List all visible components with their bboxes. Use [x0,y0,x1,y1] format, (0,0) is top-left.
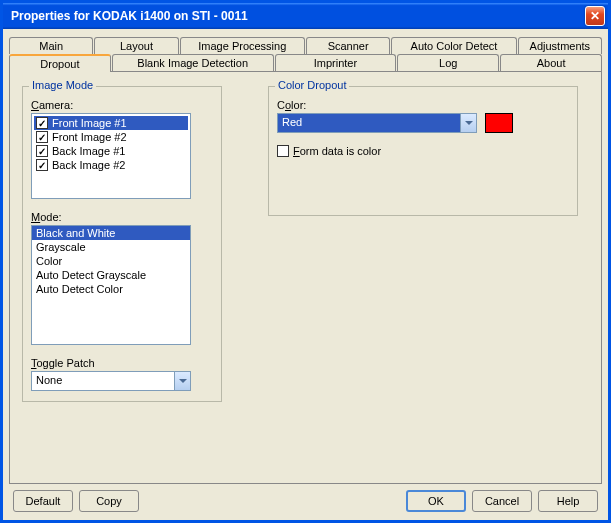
checkbox-icon[interactable] [36,159,48,171]
color-dropout-title: Color Dropout [275,79,349,91]
tab-blank-image-detection[interactable]: Blank Image Detection [112,54,274,72]
close-icon[interactable]: ✕ [585,6,605,26]
form-data-label: Form data is color [293,145,381,157]
checkbox-icon[interactable] [36,131,48,143]
camera-item[interactable]: Front Image #2 [34,130,188,144]
camera-item[interactable]: Front Image #1 [34,116,188,130]
tab-imprinter[interactable]: Imprinter [275,54,397,72]
mode-list[interactable]: Black and WhiteGrayscaleColorAuto Detect… [31,225,191,345]
window-title: Properties for KODAK i1400 on STI - 0011 [11,9,585,23]
mode-label: Mode: [31,211,213,223]
titlebar[interactable]: Properties for KODAK i1400 on STI - 0011… [3,3,608,29]
toggle-patch-label: Toggle Patch [31,357,213,369]
mode-item[interactable]: Auto Detect Grayscale [32,268,190,282]
mode-item[interactable]: Grayscale [32,240,190,254]
copy-button[interactable]: Copy [79,490,139,512]
tab-log[interactable]: Log [397,54,499,72]
tabs-row-1: Main Layout Image Processing Scanner Aut… [9,37,602,54]
dialog-body: Main Layout Image Processing Scanner Aut… [3,29,608,520]
tab-auto-color-detect[interactable]: Auto Color Detect [391,37,516,54]
checkbox-icon [277,145,289,157]
left-column: Image Mode Camera: Front Image #1Front I… [22,86,222,402]
ok-button[interactable]: OK [406,490,466,512]
button-row: Default Copy OK Cancel Help [9,484,602,514]
spacer [145,490,400,512]
camera-item[interactable]: Back Image #1 [34,144,188,158]
right-column: Color Dropout Color: Red Form data is co… [268,82,578,216]
tab-image-processing[interactable]: Image Processing [180,37,305,54]
image-mode-title: Image Mode [29,79,96,91]
help-button[interactable]: Help [538,490,598,512]
tab-dropout[interactable]: Dropout [9,54,111,72]
color-combo[interactable]: Red [277,113,477,133]
properties-dialog: Properties for KODAK i1400 on STI - 0011… [0,0,611,523]
tab-scanner[interactable]: Scanner [306,37,390,54]
mode-item[interactable]: Black and White [32,226,190,240]
tab-main[interactable]: Main [9,37,93,54]
camera-item-label: Front Image #1 [52,117,127,129]
cancel-button[interactable]: Cancel [472,490,532,512]
mode-item[interactable]: Auto Detect Color [32,282,190,296]
image-mode-group: Image Mode Camera: Front Image #1Front I… [22,86,222,402]
camera-item-label: Back Image #2 [52,159,125,171]
toggle-patch-combo[interactable]: None [31,371,191,391]
tabs-row-2: Dropout Blank Image Detection Imprinter … [9,54,602,72]
form-data-is-color-checkbox[interactable]: Form data is color [277,145,569,157]
camera-item-label: Front Image #2 [52,131,127,143]
mode-item[interactable]: Color [32,254,190,268]
color-label: Color: [277,99,569,111]
camera-label: Camera: [31,99,213,111]
toggle-patch-value: None [32,372,174,390]
color-value: Red [278,114,460,132]
checkbox-icon[interactable] [36,145,48,157]
tab-panel-dropout: Image Mode Camera: Front Image #1Front I… [9,71,602,484]
color-dropout-group: Color Dropout Color: Red Form data is co… [268,86,578,216]
tab-adjustments[interactable]: Adjustments [518,37,602,54]
default-button[interactable]: Default [13,490,73,512]
chevron-down-icon[interactable] [174,372,190,390]
tab-about[interactable]: About [500,54,602,72]
camera-item-label: Back Image #1 [52,145,125,157]
tab-layout[interactable]: Layout [94,37,178,54]
color-swatch [485,113,513,133]
camera-item[interactable]: Back Image #2 [34,158,188,172]
chevron-down-icon[interactable] [460,114,476,132]
checkbox-icon[interactable] [36,117,48,129]
camera-list[interactable]: Front Image #1Front Image #2Back Image #… [31,113,191,199]
